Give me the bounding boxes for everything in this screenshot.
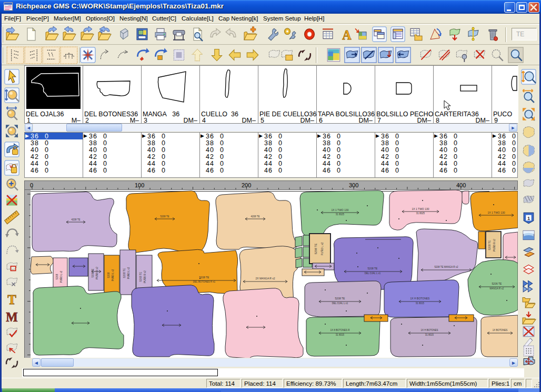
svg-text:PUÑO R x2: PUÑO R x2	[95, 267, 98, 279]
svg-text:DEL OJAL L x1: DEL OJAL L x1	[332, 302, 348, 305]
svg-text:4208 TE: 4208 TE	[251, 215, 260, 218]
svg-text:T: T	[7, 292, 16, 306]
svg-text:PUÑO R x2: PUÑO R x2	[143, 270, 146, 283]
svg-text:A: A	[342, 27, 351, 42]
svg-text:1X H BOTONES: 1X H BOTONES	[420, 329, 438, 331]
svg-text:31 8025: 31 8025	[336, 213, 345, 216]
svg-text:DEL BOTONES R x1: DEL BOTONES R x1	[193, 280, 216, 283]
svg-text:5208 TE: 5208 TE	[314, 243, 317, 254]
svg-text:5208: 5208	[107, 272, 110, 278]
svg-text:1: 1	[527, 215, 530, 221]
svg-text:PUÑO L x2: PUÑO L x2	[111, 269, 114, 281]
svg-text:5208 TE: 5208 TE	[139, 272, 142, 282]
svg-text:4208 TE: 4208 TE	[72, 218, 81, 221]
svg-text:5208 TE: 5208 TE	[199, 276, 209, 279]
svg-text:PUÑO R x2: PUÑO R x2	[493, 239, 496, 252]
svg-text:DEL OJAL L x1: DEL OJAL L x1	[365, 272, 381, 275]
svg-text:31 8015: 31 8015	[336, 334, 345, 336]
svg-text:2X MANGA R x2: 2X MANGA R x2	[255, 277, 275, 280]
svg-text:31 8015: 31 8015	[416, 302, 425, 305]
svg-text:5208 TE MANGA R x2: 5208 TE MANGA R x2	[435, 266, 458, 268]
svg-text:1X H BOTONES: 1X H BOTONES	[410, 297, 430, 300]
svg-text:1X 1 TWO 130: 1X 1 TWO 130	[488, 211, 505, 214]
svg-text:5208 TE: 5208 TE	[488, 240, 491, 250]
svg-text:1X 8 BOTONES R: 1X 8 BOTONES R	[330, 329, 350, 331]
svg-text:5208 TE: 5208 TE	[123, 268, 126, 278]
svg-text:0: 0	[30, 182, 33, 188]
svg-text:5208 TE: 5208 TE	[368, 267, 378, 270]
svg-text:1X 1 TWO 130: 1X 1 TWO 130	[332, 208, 349, 212]
svg-text:5208 TE: 5208 TE	[161, 215, 169, 218]
svg-text:PUÑO L x2: PUÑO L x2	[127, 267, 130, 279]
svg-text:5208 TE: 5208 TE	[92, 269, 94, 278]
svg-text:1X BOTONES: 1X BOTONES	[493, 329, 508, 331]
svg-text:5206 TE: 5206 TE	[492, 282, 502, 285]
svg-text:5208 TE: 5208 TE	[335, 297, 345, 300]
svg-text:PUÑO L x2: PUÑO L x2	[59, 270, 63, 283]
svg-text:MANGA R x2: MANGA R x2	[490, 287, 504, 290]
svg-text:31 8015: 31 8015	[425, 334, 434, 336]
svg-text:1X 1 TWO 130: 1X 1 TWO 130	[412, 207, 429, 210]
svg-text:31 8025: 31 8025	[416, 212, 425, 215]
svg-text:M: M	[6, 309, 18, 324]
svg-text:5208: 5208	[55, 274, 58, 279]
svg-text:PUÑO L x2: PUÑO L x2	[320, 242, 324, 255]
